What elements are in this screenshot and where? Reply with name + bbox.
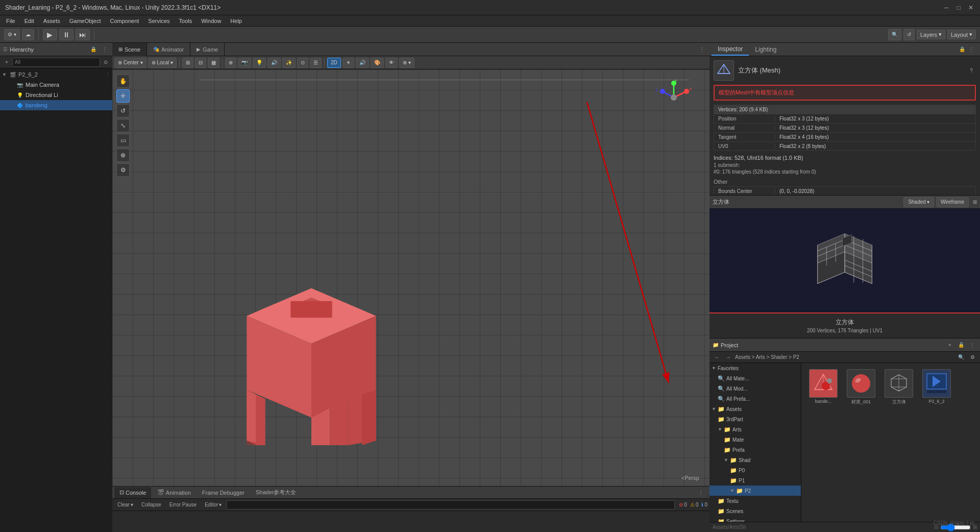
lighting-btn[interactable]: ☀ — [342, 58, 354, 68]
cam-btn[interactable]: 📷 — [238, 58, 251, 68]
inspector-help-btn[interactable]: ? — [967, 66, 976, 75]
tab-scene[interactable]: ⊞ Scene — [112, 43, 147, 56]
console-search-input[interactable] — [227, 500, 675, 510]
vr-btn[interactable]: 👁 — [385, 58, 398, 68]
menu-file[interactable]: File — [2, 17, 19, 25]
hierarchy-filter-btn[interactable]: ⊙ — [101, 58, 110, 67]
layout-dropdown[interactable]: Layout ▾ — [947, 30, 976, 39]
menu-help[interactable]: Help — [226, 17, 246, 25]
tree-item-scene[interactable]: ▼ 🎬 P2_6_2 ⋮ — [0, 69, 112, 80]
rect-tool-btn[interactable]: ▭ — [116, 134, 130, 147]
proj-back-btn[interactable]: ← — [713, 353, 722, 362]
scene-view[interactable]: ✋ ✛ ↺ ⤡ ▭ ⊕ ⚙ X Y — [112, 69, 709, 486]
grid-btn[interactable]: ⊞ — [182, 58, 193, 68]
asset-cube[interactable]: 立方体 — [881, 367, 917, 407]
gizmo-display-btn[interactable]: ⊕ ▾ — [399, 58, 414, 68]
fx-btn[interactable]: ✨ — [282, 58, 296, 68]
preview-expand-btn[interactable]: ⊞ — [973, 199, 977, 205]
tree-item-bandeng[interactable]: 🔷 bandeng — [0, 100, 112, 110]
move-tool-btn[interactable]: ✛ — [116, 89, 130, 103]
collab-btn[interactable]: ↺ — [903, 29, 915, 40]
audio-scene-btn[interactable]: 🔊 — [356, 58, 369, 68]
hierarchy-menu-btn[interactable]: ⋮ — [100, 45, 109, 54]
scale-tool-btn[interactable]: ⤡ — [116, 119, 130, 132]
folder-allmate[interactable]: 🔍 All Mate... — [709, 373, 801, 383]
folder-3rdpart[interactable]: 📁 3rdPart — [709, 414, 801, 424]
proj-settings-btn[interactable]: ⚙ — [968, 353, 977, 362]
tree-item-camera[interactable]: 📷 Main Camera — [0, 80, 112, 90]
2d-btn[interactable]: 2D — [327, 58, 341, 68]
wireframe-btn[interactable]: Wireframe — [936, 197, 969, 207]
transform-local-btn[interactable]: ⊛ Local ▾ — [148, 58, 177, 68]
scene-view-options[interactable]: ☰ — [310, 58, 322, 68]
console-tab-shader[interactable]: Shader参考大全 — [251, 487, 301, 498]
folder-p0[interactable]: 📁 P0 — [709, 465, 801, 475]
folder-settings[interactable]: 📁 Settings — [709, 516, 801, 522]
folder-allprefa[interactable]: 🔍 All Prefa... — [709, 394, 801, 404]
inspector-tab-inspector[interactable]: Inspector — [712, 43, 749, 56]
collapse-button[interactable]: Collapse — [138, 500, 164, 510]
clear-button[interactable]: Clear ▾ — [114, 500, 136, 510]
menu-services[interactable]: Services — [144, 17, 174, 25]
tab-game[interactable]: ▶ Game — [190, 43, 225, 56]
menu-assets[interactable]: Assets — [39, 17, 64, 25]
minimize-button[interactable]: ─ — [942, 4, 950, 12]
inspector-tab-lighting[interactable]: Lighting — [749, 43, 782, 56]
folder-shad[interactable]: ▼ 📁 Shad — [709, 455, 801, 465]
folder-arts[interactable]: ▼ 📁 Arts — [709, 424, 801, 434]
editor-button[interactable]: Editor ▾ — [202, 500, 225, 510]
layers-dropdown[interactable]: Layers ▾ — [917, 30, 945, 39]
snap-btn[interactable]: ⊟ — [195, 58, 206, 68]
step-button[interactable]: ⏭ — [76, 29, 90, 40]
folder-p2[interactable]: ▼ 📁 P2 — [709, 486, 801, 496]
transform-center-btn[interactable]: ⊕ Center ▾ — [114, 58, 146, 68]
shaded-dropdown[interactable]: Shaded ▾ — [903, 197, 934, 207]
menu-window[interactable]: Window — [197, 17, 225, 25]
console-tab-framedebugger[interactable]: Frame Debugger — [197, 487, 250, 498]
search-btn[interactable]: 🔍 — [888, 29, 901, 40]
inspector-menu-btn[interactable]: ⋮ — [967, 45, 976, 54]
render-btn[interactable]: 🎨 — [371, 58, 384, 68]
play-button[interactable]: ▶ — [43, 29, 57, 40]
maximize-button[interactable]: □ — [954, 4, 963, 12]
folder-mate[interactable]: 📁 Mate — [709, 434, 801, 445]
asset-bandeng[interactable]: bande... — [805, 367, 841, 407]
light-scene-btn[interactable]: 💡 — [253, 58, 266, 68]
add-hierarchy-btn[interactable]: + — [2, 58, 11, 67]
rotate-tool-btn[interactable]: ↺ — [116, 104, 130, 117]
proj-forward-btn[interactable]: → — [724, 353, 733, 362]
audio-btn[interactable]: 🔊 — [267, 58, 281, 68]
pause-button[interactable]: ⏸ — [59, 29, 74, 40]
console-tab-animation[interactable]: 🎬 Animation — [152, 487, 195, 498]
close-button[interactable]: ✕ — [967, 4, 975, 12]
asset-material[interactable]: 材质_001 — [843, 367, 879, 407]
tree-item-light[interactable]: 💡 Directional Li — [0, 90, 112, 100]
error-pause-button[interactable]: Error Pause — [166, 500, 200, 510]
folder-p1[interactable]: 📁 P1 — [709, 475, 801, 486]
group-btn[interactable]: ▦ — [208, 58, 219, 68]
hand-tool-btn[interactable]: ✋ — [116, 75, 130, 88]
unity-icon-btn[interactable]: ⚙ ▾ — [4, 29, 20, 40]
overlay-btn[interactable]: ⊙ — [297, 58, 308, 68]
menu-gameobject[interactable]: GameObject — [65, 17, 105, 25]
project-menu-btn[interactable]: ⋮ — [968, 341, 977, 350]
folder-textu[interactable]: 📁 Textu — [709, 496, 801, 506]
gizmo-btn[interactable]: ⊕ — [225, 58, 236, 68]
console-tab-console[interactable]: ⊡ Console — [114, 487, 151, 498]
proj-search-btn[interactable]: 🔍 — [957, 353, 966, 362]
folder-scenes[interactable]: 📁 Scenes — [709, 506, 801, 516]
transform-tool-btn[interactable]: ⊕ — [116, 149, 130, 162]
menu-tools[interactable]: Tools — [175, 17, 197, 25]
inspector-lock-btn[interactable]: 🔒 — [958, 45, 967, 54]
project-lock-btn[interactable]: 🔒 — [957, 341, 966, 350]
scene-panel-menu[interactable]: ⋮ — [697, 45, 706, 54]
custom-tool-btn[interactable]: ⚙ — [116, 163, 130, 177]
menu-edit[interactable]: Edit — [20, 17, 38, 25]
menu-component[interactable]: Component — [106, 17, 143, 25]
project-add-btn[interactable]: + — [945, 341, 954, 350]
tree-item-menu[interactable]: ⋮ — [106, 72, 110, 77]
folder-assets[interactable]: ▼ 📁 Assets — [709, 404, 801, 414]
tab-animator[interactable]: 🎭 Animator — [147, 43, 190, 56]
folder-prefa[interactable]: 📁 Prefa — [709, 445, 801, 455]
cloud-btn[interactable]: ☁ — [22, 29, 34, 40]
